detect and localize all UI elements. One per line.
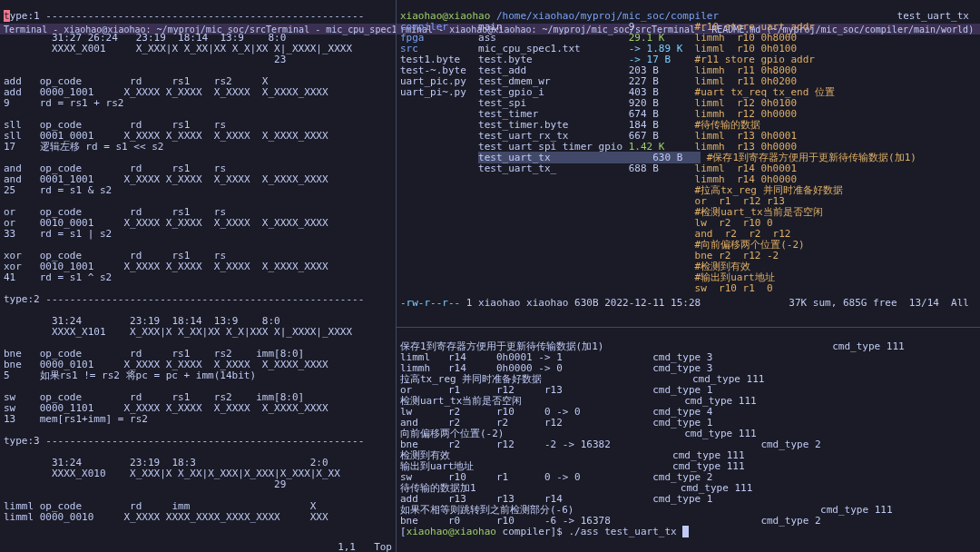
right-bottom-terminal-pane[interactable]: 保存1到寄存器方便用于更新待传输数据(加1) cmd_type 111limml… (397, 329, 980, 552)
right-bottom-content[interactable]: 保存1到寄存器方便用于更新待传输数据(加1) cmd_type 111limml… (400, 341, 976, 537)
code-line: type:3 ---------------------------------… (4, 436, 392, 447)
footer-line: -rw-r--r-- 1 xiaohao xiaohao 630B 2022-1… (400, 298, 976, 309)
code-line: 33 rd = s1 | s2 (4, 229, 392, 240)
code-line: limml 0000_0010 X_XXXX XXXX_XXXX_XXXX_XX… (4, 512, 392, 523)
code-line: type:1 ---------------------------------… (4, 11, 392, 22)
right-top-content[interactable]: xiaohao@xiaohao /home/xiaohao/myproj/mic… (400, 11, 976, 309)
file-list-row[interactable]: sw r10 r1 0 (400, 283, 976, 294)
code-line: 25 rd = s1 & s2 (4, 185, 392, 196)
shell-prompt[interactable]: [xiaohao@xiaohao compiler]$ ./ass test_u… (400, 527, 976, 537)
code-line: 13 mem[rs1+imm] = rs2 (4, 414, 392, 425)
right-top-terminal-pane[interactable]: rminal - xiaohao@xiaohao: ~/myproj/mic_s… (397, 0, 980, 327)
scroll-position: Top (356, 541, 392, 552)
horizontal-divider (397, 327, 980, 328)
left-statusbar: 1,1 Top (0, 541, 396, 552)
code-line: 5 如果rs1 != rs2 将pc = pc + imm(14bit) (4, 370, 392, 381)
cursor-position: 1,1 (338, 541, 356, 552)
left-content[interactable]: type:1 ---------------------------------… (4, 11, 392, 523)
code-line: XXXX_X101 X_XXX|X X_XX|XX X_X|XXX X|_XXX… (4, 327, 392, 338)
code-line: 9 rd = rs1 + rs2 (4, 98, 392, 109)
code-line: 41 rd = s1 ^ s2 (4, 272, 392, 283)
code-line: 23 (4, 54, 392, 65)
left-terminal-pane[interactable]: Terminal - xiaohao@xiaohao: ~/myproj/mic… (0, 0, 396, 552)
code-line: 17 逻辑左移 rd = s1 << s2 (4, 142, 392, 153)
code-line: type:2 ---------------------------------… (4, 294, 392, 305)
code-line: 29 (4, 479, 392, 490)
